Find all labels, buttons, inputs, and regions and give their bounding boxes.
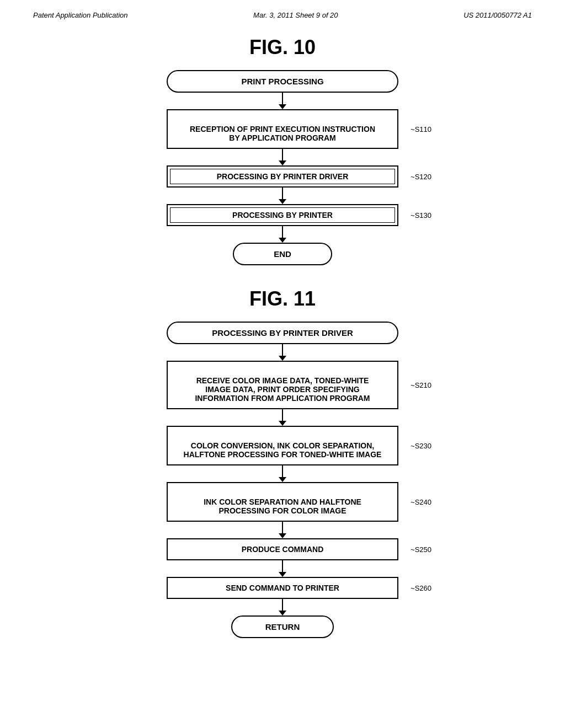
- fig10-arrow-4: [279, 226, 286, 243]
- fig11-arrow-4: [279, 522, 286, 538]
- fig11-box-start: PROCESSING BY PRINTER DRIVER: [167, 322, 398, 344]
- fig11-label-s260: ~S260: [411, 584, 431, 592]
- fig11-arrow-2: [279, 409, 286, 426]
- header-left: Patent Application Publication: [33, 11, 128, 19]
- fig10-label-s110: ~S110: [411, 125, 431, 133]
- fig11-step-start: PROCESSING BY PRINTER DRIVER: [167, 322, 398, 344]
- fig10-box-start: PRINT PROCESSING: [167, 70, 398, 93]
- fig11-title: FIG. 11: [33, 287, 532, 311]
- fig11-box-s230: COLOR CONVERSION, INK COLOR SEPARATION, …: [167, 426, 398, 465]
- fig11-box-s240: INK COLOR SEPARATION AND HALFTONE PROCES…: [167, 482, 398, 522]
- header-right: US 2011/0050772 A1: [463, 11, 532, 19]
- page-header: Patent Application Publication Mar. 3, 2…: [33, 11, 532, 19]
- fig10-arrow-2: [279, 149, 286, 165]
- fig10-flowchart: PRINT PROCESSING RECEPTION OF PRINT EXEC…: [33, 70, 532, 265]
- fig11-label-s240: ~S240: [411, 498, 431, 506]
- fig11-box-s250: PRODUCE COMMAND: [167, 538, 398, 560]
- fig10-box-s110: RECEPTION OF PRINT EXECUTION INSTRUCTION…: [167, 109, 398, 149]
- fig11-label-s230: ~S230: [411, 442, 431, 450]
- page: Patent Application Publication Mar. 3, 2…: [0, 0, 565, 728]
- fig11-section: FIG. 11 PROCESSING BY PRINTER DRIVER REC…: [33, 287, 532, 638]
- fig11-step-s230: COLOR CONVERSION, INK COLOR SEPARATION, …: [167, 426, 398, 465]
- fig10-box-end: END: [233, 243, 332, 265]
- fig10-section: FIG. 10 PRINT PROCESSING RECEPTION OF PR…: [33, 36, 532, 265]
- fig11-step-s250: PRODUCE COMMAND ~S250: [167, 538, 398, 560]
- fig10-step-s120: PROCESSING BY PRINTER DRIVER ~S120: [167, 165, 398, 188]
- fig11-step-s260: SEND COMMAND TO PRINTER ~S260: [167, 577, 398, 599]
- fig11-label-s210: ~S210: [411, 381, 431, 389]
- fig10-label-s130: ~S130: [411, 211, 431, 220]
- fig11-arrow-3: [279, 465, 286, 482]
- fig11-step-s210: RECEIVE COLOR IMAGE DATA, TONED-WHITE IM…: [167, 361, 398, 409]
- fig10-step-s110: RECEPTION OF PRINT EXECUTION INSTRUCTION…: [167, 109, 398, 149]
- fig11-arrow-1: [279, 344, 286, 361]
- fig10-step-start: PRINT PROCESSING: [167, 70, 398, 93]
- fig11-label-s250: ~S250: [411, 545, 431, 554]
- fig11-arrow-5: [279, 560, 286, 577]
- fig10-title: FIG. 10: [33, 36, 532, 59]
- fig10-arrow-3: [279, 188, 286, 204]
- fig10-step-s130: PROCESSING BY PRINTER ~S130: [167, 204, 398, 226]
- fig10-label-s120: ~S120: [411, 173, 431, 181]
- fig10-box-s120: PROCESSING BY PRINTER DRIVER: [167, 165, 398, 188]
- header-middle: Mar. 3, 2011 Sheet 9 of 20: [253, 11, 338, 19]
- fig10-step-end: END: [233, 243, 332, 265]
- fig11-box-s260: SEND COMMAND TO PRINTER: [167, 577, 398, 599]
- fig11-box-s210: RECEIVE COLOR IMAGE DATA, TONED-WHITE IM…: [167, 361, 398, 409]
- fig11-arrow-6: [279, 599, 286, 615]
- fig10-arrow-1: [279, 93, 286, 109]
- fig10-box-s130: PROCESSING BY PRINTER: [167, 204, 398, 226]
- fig11-step-s240: INK COLOR SEPARATION AND HALFTONE PROCES…: [167, 482, 398, 522]
- fig11-step-end: RETURN: [231, 615, 334, 638]
- fig11-flowchart: PROCESSING BY PRINTER DRIVER RECEIVE COL…: [33, 322, 532, 638]
- fig11-box-end: RETURN: [231, 615, 334, 638]
